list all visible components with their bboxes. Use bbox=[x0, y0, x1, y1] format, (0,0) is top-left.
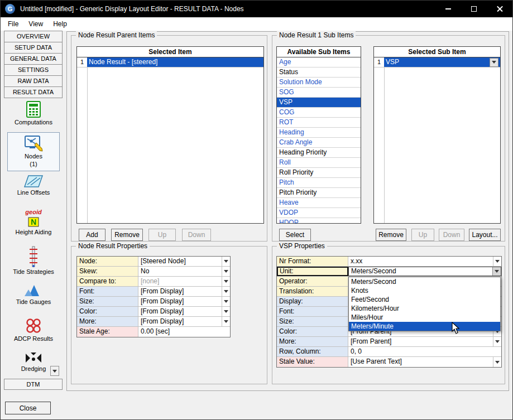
available-sub-item[interactable]: VSP bbox=[277, 98, 361, 108]
available-sub-item[interactable]: Crab Angle bbox=[277, 138, 361, 148]
property-label: Stale Age: bbox=[77, 327, 138, 337]
property-row: Compare to:[none] bbox=[77, 277, 230, 287]
property-value[interactable]: [none] bbox=[138, 277, 230, 286]
combo-arrow-icon[interactable] bbox=[222, 287, 230, 296]
available-sub-item[interactable]: Heading Priority bbox=[277, 148, 361, 158]
nav-general-data[interactable]: GENERAL DATA bbox=[4, 53, 63, 65]
window-title: Untitled [modified] - Generic Display La… bbox=[20, 5, 435, 13]
available-sub-item[interactable]: HDOP bbox=[277, 218, 361, 223]
nav-overview[interactable]: OVERVIEW bbox=[4, 31, 63, 42]
property-value[interactable]: [From Display] bbox=[138, 287, 230, 296]
property-value[interactable]: No bbox=[138, 267, 230, 276]
property-value[interactable]: [From Display] bbox=[138, 297, 230, 306]
property-value[interactable]: 0, 0 bbox=[348, 347, 501, 356]
available-sub-item[interactable]: VDOP bbox=[277, 208, 361, 218]
menu-help[interactable]: Help bbox=[48, 18, 72, 30]
available-sub-item[interactable]: Pitch bbox=[277, 178, 361, 188]
available-sub-item[interactable]: Solution Mode bbox=[277, 78, 361, 88]
property-value-text: [From Display] bbox=[138, 297, 222, 306]
sidebar-item-tide-strategies[interactable]: Tide Strategies bbox=[7, 246, 60, 281]
remove-button[interactable]: Remove bbox=[111, 229, 143, 241]
dropdown-option[interactable]: Miles/Hour bbox=[349, 313, 500, 322]
selected-sub-item-table[interactable]: Selected Sub Item 1 VSP bbox=[373, 46, 501, 224]
available-sub-item[interactable]: Status bbox=[277, 67, 361, 78]
property-value-text: [From Display] bbox=[138, 287, 222, 296]
up-button[interactable]: Up bbox=[148, 229, 176, 241]
dropdown-option[interactable]: Knots bbox=[349, 286, 500, 295]
property-value[interactable]: [From Display] bbox=[138, 317, 230, 326]
combo-arrow-icon[interactable] bbox=[222, 317, 230, 326]
property-value-text: [From Display] bbox=[138, 317, 222, 326]
combo-arrow-icon[interactable] bbox=[492, 267, 501, 276]
combo-arrow-icon[interactable] bbox=[222, 307, 230, 316]
property-value[interactable]: Meters/Second bbox=[348, 267, 501, 276]
property-value[interactable]: 0.00 [sec] bbox=[138, 327, 230, 337]
table-row[interactable]: 1 VSP bbox=[374, 57, 500, 67]
sidebar-item-label: Nodes bbox=[25, 153, 42, 160]
property-value[interactable]: [From Display] bbox=[138, 307, 230, 316]
available-sub-item[interactable]: ROT bbox=[277, 118, 361, 128]
nav-raw-data[interactable]: RAW DATA bbox=[4, 75, 63, 87]
nav-result-data[interactable]: RESULT DATA bbox=[4, 86, 63, 98]
available-sub-item[interactable]: Age bbox=[277, 57, 361, 67]
sidebar-scroll-down-button[interactable] bbox=[50, 366, 59, 376]
available-sub-item[interactable]: Roll Priority bbox=[277, 168, 361, 178]
unit-dropdown-list[interactable]: Meters/SecondKnotsFeet/SecondKilometers/… bbox=[348, 277, 501, 331]
table-row[interactable]: 1 Node Result - [steered] bbox=[77, 57, 263, 67]
property-value[interactable]: [From Parent] bbox=[348, 337, 501, 346]
list-body: AgeStatusSolution ModeSOGVSPCOGROTHeadin… bbox=[277, 57, 361, 223]
combo-arrow-icon[interactable] bbox=[493, 357, 501, 367]
down-button[interactable]: Down bbox=[182, 229, 211, 241]
available-sub-item[interactable]: COG bbox=[277, 108, 361, 118]
sidebar-item-nodes[interactable]: Nodes (1) bbox=[7, 132, 60, 171]
app-icon: G bbox=[5, 4, 15, 14]
close-button[interactable]: Close bbox=[5, 402, 51, 414]
available-sub-items-list[interactable]: Available Sub Items AgeStatusSolution Mo… bbox=[276, 46, 361, 224]
combo-arrow-icon[interactable] bbox=[493, 257, 501, 266]
sidebar-item-adcp-results[interactable]: ADCP Results bbox=[7, 317, 60, 349]
nav-settings[interactable]: SETTINGS bbox=[4, 64, 63, 76]
available-sub-item[interactable]: Pitch Priority bbox=[277, 188, 361, 198]
dropdown-option[interactable]: Feet/Second bbox=[349, 295, 500, 304]
sidebar-item-label: Tide Strategies bbox=[13, 268, 54, 275]
layout-button[interactable]: Layout... bbox=[469, 229, 501, 241]
menu-file[interactable]: File bbox=[3, 18, 23, 30]
menu-view[interactable]: View bbox=[23, 18, 48, 30]
sub-remove-button[interactable]: Remove bbox=[376, 229, 406, 241]
sidebar-item-height-aiding[interactable]: geoid N Height Aiding bbox=[7, 209, 60, 244]
combo-arrow-icon[interactable] bbox=[493, 337, 501, 346]
maximize-button[interactable] bbox=[461, 1, 487, 17]
sub-up-button[interactable]: Up bbox=[411, 229, 434, 241]
dropdown-option[interactable]: Meters/Second bbox=[349, 277, 500, 286]
row-combo-arrow[interactable] bbox=[490, 58, 498, 67]
combo-arrow-icon[interactable] bbox=[222, 267, 230, 276]
property-value[interactable]: x.xx bbox=[348, 257, 501, 266]
dtm-button[interactable]: DTM bbox=[4, 379, 63, 390]
property-value[interactable]: [Use Parent Text] bbox=[348, 357, 501, 367]
add-button[interactable]: Add bbox=[79, 229, 106, 241]
sidebar-item-line-offsets[interactable]: Line Offsets bbox=[7, 175, 60, 205]
dropdown-option[interactable]: Kilometers/Hour bbox=[349, 304, 500, 313]
sidebar-item-tide-gauges[interactable]: Tide Gauges bbox=[7, 283, 60, 314]
combo-arrow-icon[interactable] bbox=[222, 297, 230, 306]
available-sub-item[interactable]: Heading bbox=[277, 128, 361, 138]
available-sub-item[interactable]: Roll bbox=[277, 158, 361, 168]
property-value-text: Meters/Second bbox=[349, 267, 492, 276]
available-sub-item[interactable]: SOG bbox=[277, 88, 361, 98]
minimize-button[interactable] bbox=[435, 1, 461, 17]
combo-arrow-icon[interactable] bbox=[222, 257, 230, 266]
dropdown-option[interactable]: Meters/Minute bbox=[349, 322, 500, 331]
select-button[interactable]: Select bbox=[279, 229, 311, 241]
nav-setup-data[interactable]: SETUP DATA bbox=[4, 42, 63, 54]
close-window-button[interactable] bbox=[487, 1, 512, 17]
table-header: Available Sub Items bbox=[277, 47, 361, 57]
sidebar-item-label: Line Offsets bbox=[17, 189, 50, 196]
available-sub-item[interactable]: Heave bbox=[277, 198, 361, 208]
parent-items-table[interactable]: Selected Item 1 Node Result - [steered] bbox=[76, 46, 264, 224]
sidebar-item-computations[interactable]: Computations bbox=[7, 101, 60, 130]
combo-arrow-icon[interactable] bbox=[222, 277, 230, 286]
group-title: VSP Properties bbox=[277, 242, 327, 250]
sub-down-button[interactable]: Down bbox=[439, 229, 464, 241]
row-number: 1 bbox=[374, 57, 384, 67]
property-value[interactable]: [Steered Node] bbox=[138, 257, 230, 266]
